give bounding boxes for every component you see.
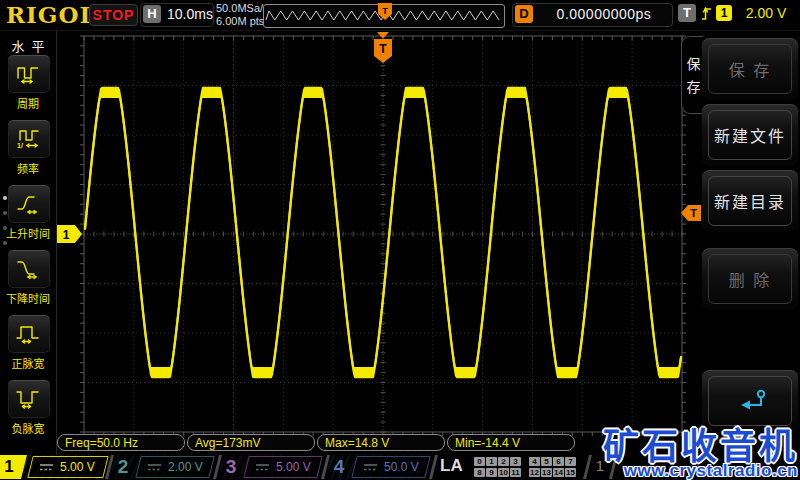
- digital-channel-cell[interactable]: 7: [565, 457, 576, 466]
- delete-button[interactable]: 删 除: [702, 248, 798, 310]
- new-file-button[interactable]: 新建文件: [702, 104, 798, 166]
- measurement-max: Max=14.8 V: [317, 434, 445, 451]
- channel-1-scale: 5.00 V: [60, 460, 95, 474]
- preview-waveform: T: [264, 5, 502, 25]
- dc-coupling-icon: [255, 463, 270, 472]
- digital-channel-cell[interactable]: 0: [474, 457, 485, 466]
- svg-text:1: 1: [63, 228, 70, 242]
- negative-pulse-width-icon: [16, 388, 40, 410]
- menu-item-period[interactable]: 周期: [0, 54, 56, 118]
- horizontal-measure-menu: 水平 周期 1/: [0, 30, 57, 455]
- positive-pulse-width-icon: [16, 323, 40, 345]
- channel-1-number: 1: [0, 455, 27, 479]
- channel-status-bar: 1 5.00 V 2: [0, 455, 800, 480]
- measurement-avg: Avg=173mV: [187, 434, 315, 451]
- digital-channel-cell[interactable]: 1: [486, 457, 497, 466]
- horizontal-badge: H: [143, 5, 161, 23]
- save-menu: 保存 保 存 新建文件 新建目录 删 除: [680, 30, 800, 455]
- digital-channel-cell[interactable]: 5: [541, 457, 552, 466]
- digital-channel-cell[interactable]: 8: [474, 468, 485, 477]
- channel-divider: [609, 455, 618, 479]
- page-indicator-dot: [3, 241, 7, 245]
- trigger-info-group[interactable]: T 1 2.00 V: [676, 3, 798, 25]
- rigol-logo: RIGOL: [6, 1, 97, 28]
- channel-3-number: 3: [215, 455, 247, 479]
- digital-channel-cell[interactable]: 2: [498, 457, 509, 466]
- menu-item-frequency[interactable]: 1/ 频率: [0, 119, 56, 183]
- digital-channel-cell[interactable]: 15: [565, 468, 576, 477]
- channel-2-scale: 2.00 V: [168, 460, 203, 474]
- new-folder-button[interactable]: 新建目录: [702, 170, 798, 232]
- digital-channel-cell[interactable]: 13: [541, 468, 552, 477]
- timebase-value: 10.0ms: [167, 4, 211, 25]
- digital-channel-cell[interactable]: 12: [529, 468, 540, 477]
- trigger-badge: T: [678, 4, 696, 22]
- return-arrow-icon: [730, 388, 770, 414]
- menu-item-label: 负脉宽: [0, 420, 56, 436]
- page-indicator-dot: [3, 211, 7, 215]
- channel-4-status[interactable]: 4 50.0 V: [328, 455, 428, 479]
- channel-4-scale: 50.0 V: [384, 460, 419, 474]
- dc-coupling-icon: [147, 463, 162, 472]
- dc-coupling-icon: [39, 463, 54, 472]
- rising-edge-icon: [701, 5, 713, 23]
- left-menu-title: 水平: [0, 36, 56, 55]
- waveform-display-area[interactable]: 1 T T: [56, 30, 702, 442]
- digital-channel-cell[interactable]: 3: [510, 457, 521, 466]
- channel-1-status[interactable]: 1 5.00 V: [0, 455, 104, 479]
- channel-2-number: 2: [107, 455, 139, 479]
- dc-coupling-icon: [363, 463, 378, 472]
- memory-depth: 6.00M pts: [216, 15, 269, 28]
- digital-channel-cell[interactable]: 9: [486, 468, 497, 477]
- page-indicator-dot: [3, 226, 7, 230]
- fall-time-icon: [16, 258, 40, 280]
- digital-channel-cell[interactable]: 14: [553, 468, 564, 477]
- channel-divider: [583, 455, 592, 479]
- channel-3-scale: 5.00 V: [276, 460, 311, 474]
- period-icon: [16, 63, 40, 85]
- delay-badge: D: [515, 5, 533, 23]
- menu-item-label: 下降时间: [0, 290, 56, 306]
- logic-analyzer-status[interactable]: LA 0123456789101112131415: [436, 455, 584, 479]
- delay-value: 0.00000000ps: [541, 4, 667, 25]
- back-button[interactable]: [702, 370, 798, 432]
- run-state-indicator[interactable]: STOP: [89, 4, 138, 26]
- digital-channel-cell[interactable]: 4: [529, 457, 540, 466]
- menu-item-positive-pulse-width[interactable]: 正脉宽: [0, 314, 56, 378]
- rise-time-icon: [16, 193, 40, 215]
- waveform-preview-bar[interactable]: T: [263, 4, 505, 28]
- trigger-level-value: 2.00 V: [736, 3, 796, 24]
- channel-4-number: 4: [323, 455, 355, 479]
- oscilloscope-screen: RIGOL STOP H 10.0ms 50.0MSa/s 6.00M pts …: [0, 0, 800, 480]
- sample-rate: 50.0MSa/s: [216, 2, 269, 15]
- trigger-source-badge: 1: [716, 5, 732, 21]
- svg-text:T: T: [379, 42, 387, 56]
- trigger-position-marker[interactable]: T: [374, 32, 392, 63]
- channel-2-status[interactable]: 2 2.00 V: [112, 455, 212, 479]
- digital-channel-cell[interactable]: 6: [553, 457, 564, 466]
- menu-item-label: 频率: [0, 160, 56, 176]
- digital-channel-cell[interactable]: 11: [510, 468, 521, 477]
- digital-channel-grid: 0123456789101112131415: [474, 457, 577, 479]
- svg-text:1/: 1/: [17, 142, 23, 149]
- measurement-min: Min=-14.4 V: [447, 434, 575, 451]
- digital-channel-cell[interactable]: 10: [498, 468, 509, 477]
- measurement-freq: Freq=50.0 Hz: [57, 434, 185, 451]
- channel-3-status[interactable]: 3 5.00 V: [220, 455, 320, 479]
- frequency-icon: 1/: [16, 128, 40, 150]
- la-page-indicator: 1: [596, 458, 604, 474]
- trigger-position-mini-marker[interactable]: T: [378, 3, 392, 20]
- save-menu-tab: 保存: [681, 36, 703, 114]
- trigger-delay-group[interactable]: D 0.00000000ps: [512, 3, 673, 27]
- acquisition-info: 50.0MSa/s 6.00M pts: [216, 2, 269, 28]
- menu-item-negative-pulse-width[interactable]: 负脉宽: [0, 379, 56, 443]
- svg-text:T: T: [382, 6, 388, 16]
- menu-item-fall-time[interactable]: 下降时间: [0, 249, 56, 313]
- page-indicator-dot: [3, 196, 7, 200]
- save-button[interactable]: 保 存: [702, 38, 798, 100]
- la-label: LA: [440, 456, 463, 476]
- horizontal-timebase-group[interactable]: H 10.0ms: [140, 3, 214, 27]
- top-status-bar: RIGOL STOP H 10.0ms 50.0MSa/s 6.00M pts …: [0, 0, 800, 31]
- menu-item-rise-time[interactable]: 上升时间: [0, 184, 56, 248]
- channel-1-level-marker[interactable]: 1: [57, 225, 82, 243]
